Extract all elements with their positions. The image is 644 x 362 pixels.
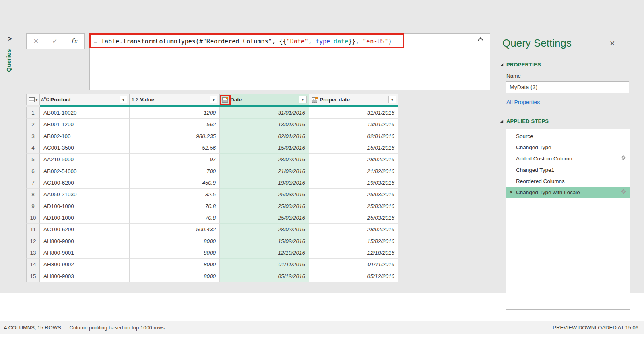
formula-fx-icon[interactable]: fx: [71, 38, 77, 45]
grid-cell[interactable]: AC100-6200: [40, 177, 130, 189]
grid-cell[interactable]: 8000: [130, 235, 220, 247]
applied-step-changed-type-with-locale[interactable]: ✕Changed Type with Locale: [506, 187, 630, 198]
grid-cell[interactable]: 21/02/2016: [220, 165, 309, 177]
row-number[interactable]: 5: [26, 154, 40, 165]
formula-bar-input[interactable]: = Table.TransformColumnTypes(#"Reordered…: [89, 33, 490, 90]
row-number[interactable]: 7: [26, 177, 40, 189]
grid-cell[interactable]: 28/02/2016: [220, 224, 309, 235]
grid-cell[interactable]: 8000: [130, 270, 220, 282]
grid-cell[interactable]: 32.5: [130, 189, 220, 200]
applied-step-reordered-columns[interactable]: Reordered Columns: [506, 175, 630, 187]
grid-cell[interactable]: 15/01/2016: [309, 142, 398, 154]
row-number[interactable]: 14: [26, 259, 40, 270]
grid-cell[interactable]: 25/03/2016: [220, 189, 309, 200]
grid-cell[interactable]: 01/11/2016: [220, 259, 309, 270]
column-header-date[interactable]: Date▾: [220, 94, 309, 105]
grid-cell[interactable]: 19/03/2016: [220, 177, 309, 189]
step-settings-gear[interactable]: [621, 155, 626, 162]
grid-cell[interactable]: 28/02/2016: [309, 154, 398, 165]
column-header-value[interactable]: 1.2Value▾: [130, 94, 220, 105]
properties-section-header[interactable]: PROPERTIES: [500, 62, 541, 68]
grid-cell[interactable]: 05/12/2016: [220, 270, 309, 282]
number-type-icon[interactable]: 1.2: [130, 97, 140, 102]
grid-cell[interactable]: 28/02/2016: [220, 154, 309, 165]
grid-cell[interactable]: 25/03/2016: [309, 212, 398, 224]
grid-cell[interactable]: 01/11/2016: [309, 259, 398, 270]
query-name-input[interactable]: [506, 81, 629, 93]
grid-cell[interactable]: 52.56: [130, 142, 220, 154]
grid-cell[interactable]: 28/02/2016: [309, 224, 398, 235]
applied-steps-section-header[interactable]: APPLIED STEPS: [500, 118, 549, 124]
grid-cell[interactable]: 97: [130, 154, 220, 165]
grid-cell[interactable]: 562: [130, 119, 220, 130]
delete-step-icon[interactable]: ✕: [506, 189, 516, 195]
grid-cell[interactable]: AA050-21030: [40, 189, 130, 200]
date-type-icon[interactable]: [220, 97, 230, 103]
column-filter-button[interactable]: ▾: [299, 96, 307, 103]
grid-cell[interactable]: 15/02/2016: [309, 235, 398, 247]
row-number[interactable]: 3: [26, 130, 40, 142]
step-settings-gear[interactable]: [621, 189, 626, 195]
column-filter-button[interactable]: ▾: [388, 96, 396, 103]
row-number[interactable]: 4: [26, 142, 40, 154]
row-number[interactable]: 9: [26, 200, 40, 212]
grid-cell[interactable]: 19/03/2016: [309, 177, 398, 189]
row-number[interactable]: 6: [26, 165, 40, 177]
formula-bar-collapse-chevron-icon[interactable]: [478, 36, 483, 42]
grid-cell[interactable]: 02/01/2016: [220, 130, 309, 142]
applied-step-changed-type[interactable]: Changed Type: [506, 142, 630, 153]
grid-cell[interactable]: 70.8: [130, 212, 220, 224]
grid-cell[interactable]: 8000: [130, 247, 220, 259]
column-header-proper-date[interactable]: Proper date▾: [309, 94, 398, 105]
row-number[interactable]: 11: [26, 224, 40, 235]
grid-cell[interactable]: AH800-9000: [40, 235, 130, 247]
date-type-icon[interactable]: [309, 97, 320, 103]
text-type-icon[interactable]: ABC: [40, 97, 50, 102]
column-header-product[interactable]: ABCProduct▾: [40, 94, 130, 105]
grid-cell[interactable]: 450.9: [130, 177, 220, 189]
grid-cell[interactable]: 13/01/2016: [220, 119, 309, 130]
column-filter-button[interactable]: ▾: [210, 96, 217, 103]
grid-cell[interactable]: AB001-1200: [40, 119, 130, 130]
grid-cell[interactable]: 980.235: [130, 130, 220, 142]
grid-cell[interactable]: 02/01/2016: [309, 130, 398, 142]
query-settings-close-icon[interactable]: ✕: [609, 39, 615, 48]
queries-pane-expand-chevron-icon[interactable]: >: [8, 35, 12, 43]
select-all-corner-cell[interactable]: ▾: [26, 94, 40, 105]
row-number[interactable]: 1: [26, 107, 40, 119]
grid-cell[interactable]: 25/03/2016: [220, 200, 309, 212]
row-number[interactable]: 12: [26, 235, 40, 247]
column-filter-button[interactable]: ▾: [120, 96, 127, 103]
formula-cancel-icon[interactable]: ✕: [33, 38, 39, 45]
gear-icon[interactable]: [621, 155, 626, 160]
grid-cell[interactable]: AB002-54000: [40, 165, 130, 177]
grid-cell[interactable]: AB001-10020: [40, 107, 130, 119]
applied-step-source[interactable]: Source: [506, 130, 630, 142]
row-number[interactable]: 8: [26, 189, 40, 200]
grid-cell[interactable]: 15/01/2016: [220, 142, 309, 154]
grid-cell[interactable]: 21/02/2016: [309, 165, 398, 177]
row-number[interactable]: 15: [26, 270, 40, 282]
grid-cell[interactable]: 25/03/2016: [220, 212, 309, 224]
formula-accept-icon[interactable]: ✓: [52, 38, 58, 45]
grid-cell[interactable]: AA210-5000: [40, 154, 130, 165]
row-number[interactable]: 10: [26, 212, 40, 224]
grid-cell[interactable]: AH800-9002: [40, 259, 130, 270]
gear-icon[interactable]: [621, 189, 626, 194]
applied-step-changed-type1[interactable]: Changed Type1: [506, 164, 630, 175]
all-properties-link[interactable]: All Properties: [506, 99, 540, 105]
grid-cell[interactable]: AC100-6200: [40, 224, 130, 235]
grid-cell[interactable]: 1200: [130, 107, 220, 119]
row-number[interactable]: 2: [26, 119, 40, 130]
grid-cell[interactable]: 12/10/2016: [309, 247, 398, 259]
grid-cell[interactable]: AD100-1000: [40, 200, 130, 212]
grid-cell[interactable]: 31/01/2016: [220, 107, 309, 119]
grid-cell[interactable]: 05/12/2016: [309, 270, 398, 282]
grid-cell[interactable]: 700: [130, 165, 220, 177]
grid-cell[interactable]: AD100-1000: [40, 212, 130, 224]
grid-cell[interactable]: AH800-9001: [40, 247, 130, 259]
row-number[interactable]: 13: [26, 247, 40, 259]
formula-expression[interactable]: = Table.TransformColumnTypes(#"Reordered…: [94, 38, 480, 45]
grid-cell[interactable]: 500.432: [130, 224, 220, 235]
grid-cell[interactable]: 8000: [130, 259, 220, 270]
